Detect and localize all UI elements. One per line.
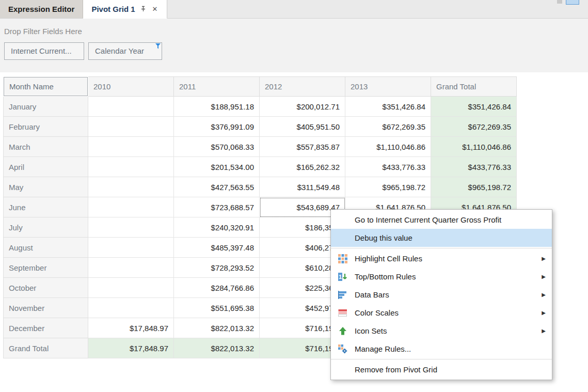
tab-expression-editor[interactable]: Expression Editor bbox=[0, 0, 83, 18]
menu-item-manage-rules[interactable]: Manage Rules... bbox=[331, 340, 552, 358]
column-header-grand-total[interactable]: Grand Total bbox=[431, 77, 517, 97]
pivot-cell[interactable]: $17,848.97 bbox=[88, 338, 174, 358]
pivot-cell[interactable]: $551,695.38 bbox=[174, 298, 260, 318]
row-label[interactable]: September bbox=[4, 258, 88, 278]
menu-item-data-bars[interactable]: Data Bars▶ bbox=[331, 286, 552, 304]
row-label[interactable]: April bbox=[4, 157, 88, 177]
menu-item-icon-sets[interactable]: Icon Sets▶ bbox=[331, 322, 552, 340]
table-row-may: May$427,563.55$311,549.48$965,198.72$965… bbox=[4, 177, 517, 197]
pivot-cell[interactable] bbox=[88, 258, 174, 278]
pivot-cell[interactable]: $965,198.72 bbox=[345, 177, 431, 197]
tab-pivot-grid-1[interactable]: Pivot Grid 1 ✕ bbox=[83, 0, 167, 19]
pivot-cell[interactable]: $311,549.48 bbox=[260, 177, 345, 197]
row-label[interactable]: January bbox=[4, 97, 88, 117]
column-header-2012[interactable]: 2012 bbox=[260, 77, 345, 97]
pivot-cell[interactable]: $405,951.50 bbox=[260, 117, 345, 137]
pivot-cell[interactable]: $165,262.32 bbox=[260, 157, 345, 177]
pivot-cell[interactable]: $822,013.32 bbox=[174, 318, 260, 338]
data-bars-icon bbox=[337, 290, 348, 300]
row-label[interactable]: November bbox=[4, 298, 88, 318]
menu-separator bbox=[331, 248, 552, 248]
pivot-cell[interactable] bbox=[88, 298, 174, 318]
pivot-cell[interactable]: $965,198.72 bbox=[431, 177, 517, 197]
menu-item-highlight-cell-rules[interactable]: Highlight Cell Rules▶ bbox=[331, 249, 552, 268]
pivot-cell[interactable]: $240,320.91 bbox=[174, 217, 260, 238]
tab-label: Pivot Grid 1 bbox=[91, 5, 135, 13]
table-row-march: March$570,068.33$557,835.87$1,110,046.86… bbox=[4, 137, 517, 157]
column-header-2011[interactable]: 2011 bbox=[174, 77, 260, 97]
pivot-cell[interactable]: $570,068.33 bbox=[174, 137, 260, 157]
pivot-cell[interactable]: $188,951.18 bbox=[174, 97, 260, 117]
menu-separator bbox=[331, 359, 552, 359]
pivot-cell[interactable]: $433,776.33 bbox=[345, 157, 431, 177]
row-label[interactable]: March bbox=[4, 137, 88, 157]
pivot-cell[interactable]: $672,269.35 bbox=[345, 117, 431, 137]
pivot-cell[interactable]: $557,835.87 bbox=[260, 137, 345, 157]
pivot-cell[interactable]: $822,013.32 bbox=[174, 338, 260, 358]
row-label[interactable]: February bbox=[4, 117, 88, 137]
toolbar-button-fragment[interactable] bbox=[566, 0, 579, 5]
pivot-cell[interactable] bbox=[88, 97, 174, 117]
row-label[interactable]: December bbox=[4, 318, 88, 338]
pivot-cell[interactable] bbox=[88, 278, 174, 298]
tab-bar: Expression Editor Pivot Grid 1 ✕ bbox=[0, 0, 588, 19]
close-icon[interactable]: ✕ bbox=[151, 5, 159, 13]
row-label[interactable]: October bbox=[4, 278, 88, 298]
column-header-2013[interactable]: 2013 bbox=[345, 77, 431, 97]
pivot-cell[interactable]: $427,563.55 bbox=[174, 177, 260, 197]
table-row-january: January$188,951.18$200,012.71$351,426.84… bbox=[4, 97, 517, 117]
row-label[interactable]: August bbox=[4, 238, 88, 258]
pivot-cell[interactable] bbox=[88, 177, 174, 197]
pin-icon[interactable] bbox=[140, 6, 147, 12]
menu-item-label: Color Scales bbox=[355, 308, 537, 317]
pivot-cell[interactable] bbox=[88, 137, 174, 157]
menu-item-top-bottom-rules[interactable]: 1Top/Bottom Rules▶ bbox=[331, 268, 552, 286]
pivot-cell[interactable] bbox=[88, 217, 174, 238]
pivot-cell[interactable]: $1,110,046.86 bbox=[431, 137, 517, 157]
row-field-month-name[interactable]: Month Name bbox=[4, 77, 88, 96]
pivot-cell[interactable]: $201,534.00 bbox=[174, 157, 260, 177]
pivot-cell[interactable] bbox=[88, 157, 174, 177]
corner-cell: Month Name bbox=[4, 77, 88, 97]
row-label[interactable]: May bbox=[4, 177, 88, 197]
column-header-row: Month Name 2010201120122013Grand Total bbox=[4, 77, 517, 97]
pivot-cell[interactable]: $376,991.09 bbox=[174, 117, 260, 137]
filter-fields: Internet Current... Calendar Year bbox=[4, 42, 588, 60]
pivot-cell[interactable] bbox=[88, 117, 174, 137]
row-label[interactable]: Grand Total bbox=[4, 338, 88, 358]
filter-field-calendar-year[interactable]: Calendar Year bbox=[88, 42, 162, 60]
top-bottom-rules-icon: 1 bbox=[337, 272, 348, 282]
pivot-cell[interactable] bbox=[88, 197, 174, 217]
pivot-cell[interactable]: $433,776.33 bbox=[431, 157, 517, 177]
toolbar-icon-fragment bbox=[557, 0, 562, 4]
pivot-cell[interactable]: $728,293.52 bbox=[174, 258, 260, 278]
column-header-2010[interactable]: 2010 bbox=[88, 77, 174, 97]
menu-item-remove-from-pivot-grid[interactable]: Remove from Pivot Grid bbox=[331, 360, 552, 379]
menu-item-label: Go to Internet Current Quarter Gross Pro… bbox=[355, 215, 546, 224]
menu-item-debug-this-value[interactable]: Debug this value bbox=[331, 229, 552, 247]
pivot-cell[interactable]: $672,269.35 bbox=[431, 117, 517, 137]
submenu-arrow-icon: ▶ bbox=[542, 256, 546, 261]
menu-item-go-to-internet-current-quarter-gross-profit[interactable]: Go to Internet Current Quarter Gross Pro… bbox=[331, 211, 552, 229]
pivot-cell[interactable]: $1,110,046.86 bbox=[345, 137, 431, 157]
row-label[interactable]: July bbox=[4, 217, 88, 238]
menu-item-color-scales[interactable]: Color Scales▶ bbox=[331, 304, 552, 322]
pivot-cell[interactable]: $351,426.84 bbox=[345, 97, 431, 117]
manage-rules-icon bbox=[337, 344, 348, 354]
filter-area: Drop Filter Fields Here Internet Current… bbox=[0, 19, 588, 72]
pivot-cell[interactable]: $17,848.97 bbox=[88, 318, 174, 338]
pivot-grid-panel: Drop Filter Fields Here Internet Current… bbox=[0, 19, 588, 392]
table-row-february: February$376,991.09$405,951.50$672,269.3… bbox=[4, 117, 517, 137]
submenu-arrow-icon: ▶ bbox=[542, 274, 546, 279]
pivot-cell[interactable]: $351,426.84 bbox=[431, 97, 517, 117]
filter-field-internet-current[interactable]: Internet Current... bbox=[4, 42, 84, 60]
pivot-cell[interactable] bbox=[88, 238, 174, 258]
pivot-cell[interactable]: $723,688.57 bbox=[174, 197, 260, 217]
tab-label: Expression Editor bbox=[8, 5, 74, 13]
pivot-cell[interactable]: $485,397.48 bbox=[174, 238, 260, 258]
filter-funnel-icon[interactable] bbox=[155, 43, 161, 49]
filter-drop-hint: Drop Filter Fields Here bbox=[0, 19, 588, 36]
pivot-cell[interactable]: $284,766.86 bbox=[174, 278, 260, 298]
pivot-cell[interactable]: $200,012.71 bbox=[260, 97, 345, 117]
row-label[interactable]: June bbox=[4, 197, 88, 217]
